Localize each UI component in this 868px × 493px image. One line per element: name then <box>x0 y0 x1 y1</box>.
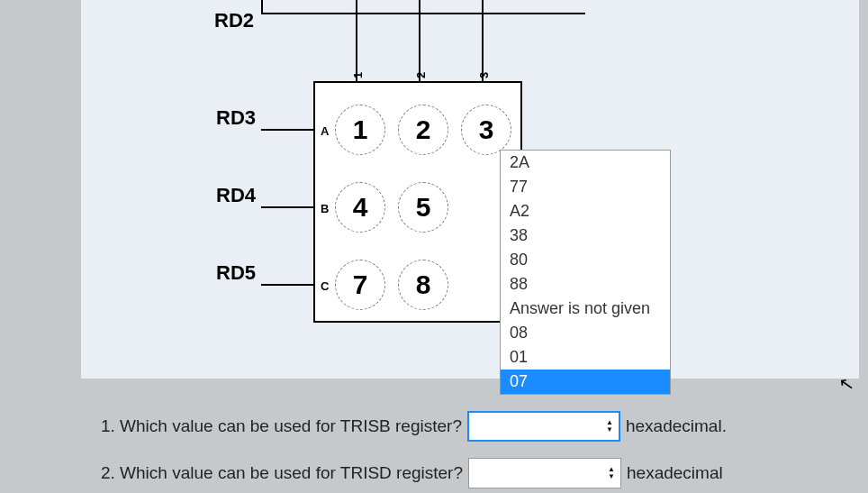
question-1-text: 1. Which value can be used for TRISB reg… <box>101 416 462 436</box>
wire <box>261 284 313 286</box>
question-2-unit: hexadecimal <box>627 463 723 483</box>
question-2-row: 2. Which value can be used for TRISD reg… <box>101 458 723 488</box>
question-2-select[interactable]: ▲▼ <box>468 458 621 488</box>
wire <box>356 0 357 81</box>
row-label-b: B <box>321 202 329 215</box>
dropdown-option[interactable]: Answer is not given <box>501 297 670 321</box>
key-7: 7 <box>335 260 385 310</box>
wire <box>419 0 420 81</box>
dropdown-option[interactable]: 2A <box>501 151 670 175</box>
key-5: 5 <box>398 182 448 233</box>
dropdown-option[interactable]: 01 <box>501 345 670 370</box>
dropdown-option[interactable]: 38 <box>501 224 670 248</box>
pin-label-rd5: RD5 <box>216 261 256 285</box>
question-1-unit: hexadecimal. <box>626 416 727 436</box>
pin-label-rd2: RD2 <box>214 9 254 32</box>
row-label-c: C <box>321 279 329 293</box>
row-label-a: A <box>321 124 329 138</box>
dropdown-option-highlighted[interactable]: 07 <box>501 370 670 394</box>
dropdown-option[interactable]: 08 <box>501 321 670 345</box>
key-8: 8 <box>398 260 448 310</box>
answer-dropdown-list[interactable]: 2A 77 A2 38 80 88 Answer is not given 08… <box>500 150 671 395</box>
pin-label-rd3: RD3 <box>216 106 256 130</box>
cursor-icon: ↖ <box>837 372 856 397</box>
wire <box>261 13 585 14</box>
key-2: 2 <box>398 105 448 155</box>
question-2-text: 2. Which value can be used for TRISD reg… <box>101 463 463 483</box>
pin-label-rd4: RD4 <box>216 184 256 207</box>
wire <box>482 0 484 81</box>
col-label-1: 1 <box>351 72 365 78</box>
stepper-icon: ▲▼ <box>606 419 613 434</box>
keypad: 1 2 3 A B C 1 2 3 4 5 7 8 <box>313 81 522 323</box>
key-4: 4 <box>335 182 385 233</box>
col-label-3: 3 <box>477 72 491 78</box>
wire <box>261 0 263 13</box>
question-1-select[interactable]: ▲▼ <box>467 411 620 442</box>
dropdown-option[interactable]: 88 <box>501 272 670 297</box>
col-label-2: 2 <box>414 72 428 78</box>
wire <box>261 206 313 208</box>
dropdown-option[interactable]: A2 <box>501 199 670 224</box>
dropdown-option[interactable]: 80 <box>501 248 670 272</box>
content-area: RD2 RD3 RD4 RD5 1 2 3 A B C 1 2 3 4 5 7 … <box>0 0 868 493</box>
question-1-row: 1. Which value can be used for TRISB reg… <box>101 411 727 442</box>
dropdown-option[interactable]: 77 <box>501 175 670 199</box>
stepper-icon: ▲▼ <box>608 466 615 480</box>
wire <box>261 129 313 131</box>
key-1: 1 <box>335 105 385 155</box>
key-3: 3 <box>461 105 511 155</box>
